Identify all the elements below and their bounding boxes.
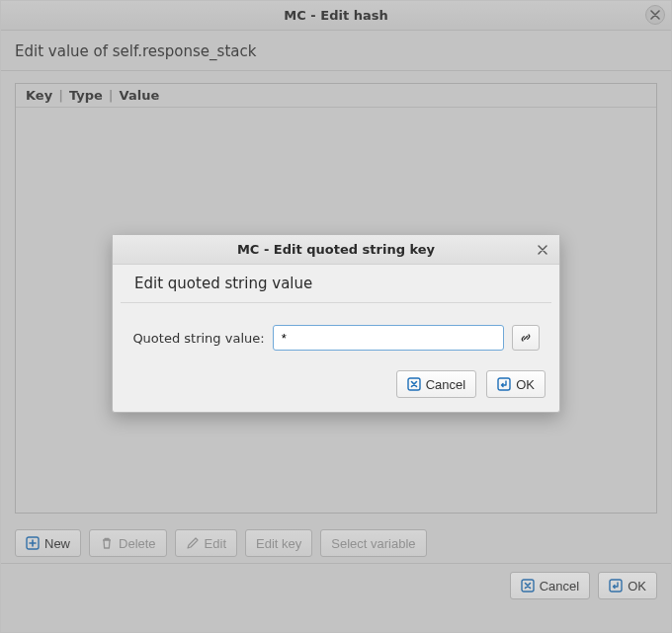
quoted-string-input[interactable] (273, 325, 504, 351)
enter-icon (497, 377, 511, 391)
dialog-titlebar: MC - Edit quoted string key (113, 235, 559, 265)
dialog-title: MC - Edit quoted string key (237, 242, 435, 257)
dialog-cancel-button[interactable]: Cancel (396, 370, 476, 398)
dialog-footer: Cancel OK (113, 360, 559, 412)
button-label: Cancel (426, 377, 465, 392)
main-window: MC - Edit hash Edit value of self.respon… (0, 0, 672, 633)
link-button[interactable] (512, 325, 540, 351)
button-label: OK (516, 377, 535, 392)
dialog-body: Quoted string value: (113, 303, 559, 360)
svg-rect-4 (498, 378, 510, 390)
close-icon (538, 245, 547, 255)
field-label: Quoted string value: (132, 331, 264, 346)
dialog-ok-button[interactable]: OK (486, 370, 546, 398)
dialog-subtitle: Edit quoted string value (121, 265, 551, 303)
edit-string-dialog: MC - Edit quoted string key Edit quoted … (112, 234, 560, 413)
dialog-close-button[interactable] (534, 241, 551, 259)
modal-overlay: MC - Edit quoted string key Edit quoted … (1, 1, 671, 632)
cancel-icon (407, 377, 421, 391)
link-icon (519, 331, 533, 345)
